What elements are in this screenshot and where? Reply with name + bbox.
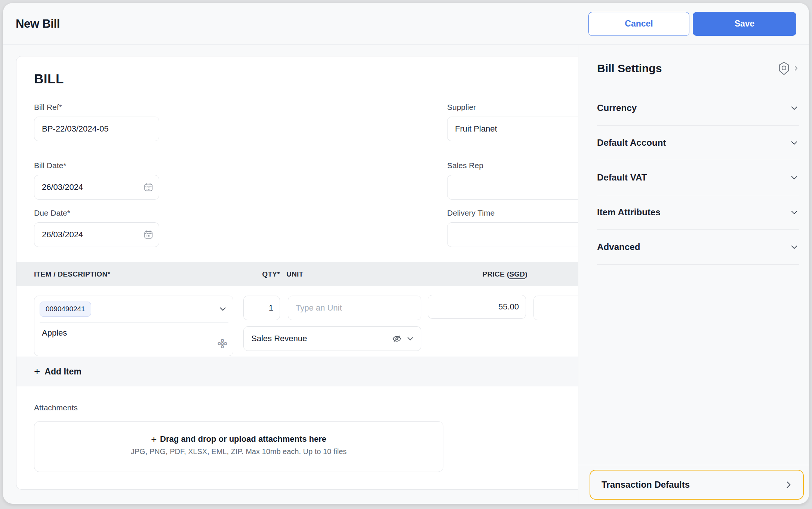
price-header-suffix: ) <box>525 270 528 278</box>
cancel-button[interactable]: Cancel <box>588 12 689 36</box>
settings-gear-button[interactable] <box>776 60 799 77</box>
section-label: Default Account <box>597 138 666 148</box>
settings-section-advanced[interactable]: Advanced <box>597 230 799 265</box>
chevron-down-icon <box>789 242 799 252</box>
qty-input[interactable] <box>243 296 280 320</box>
save-button[interactable]: Save <box>693 12 796 36</box>
bill-date-group: Bill Date* <box>34 161 159 200</box>
section-label: Item Attributes <box>597 207 661 218</box>
section-label: Currency <box>597 103 637 113</box>
add-item-label: Add Item <box>44 367 81 377</box>
attachments-label: Attachments <box>34 403 78 412</box>
plus-icon: + <box>34 366 40 377</box>
account-select-value: Sales Revenue <box>251 334 392 343</box>
chevron-right-icon <box>793 65 799 72</box>
gear-icon <box>776 60 792 77</box>
settings-section-default-account[interactable]: Default Account <box>597 126 799 160</box>
unit-input[interactable] <box>288 296 421 320</box>
account-select-icons <box>392 334 415 344</box>
attachments-dropzone[interactable]: + Drag and drop or upload attachments he… <box>34 421 443 472</box>
chevron-down-icon[interactable] <box>218 304 228 314</box>
ai-assist-icon[interactable]: ⌘ <box>215 336 230 351</box>
bill-date-input[interactable] <box>34 175 159 200</box>
calendar-icon[interactable] <box>143 229 154 240</box>
column-header-price: PRICE (SGD) <box>415 262 528 286</box>
add-item-button[interactable]: + Add Item <box>34 366 81 377</box>
transaction-defaults-item[interactable]: Transaction Defaults <box>590 470 804 500</box>
bill-settings-title: Bill Settings <box>597 62 662 75</box>
settings-section-currency[interactable]: Currency <box>597 91 799 126</box>
item-description-text[interactable]: Apples <box>42 328 67 338</box>
topbar-actions: Cancel Save <box>588 12 796 36</box>
plus-icon: + <box>151 434 157 444</box>
eye-off-icon[interactable] <box>392 334 402 344</box>
dropzone-hint: JPG, PNG, PDF, XLSX, EML, ZIP. Max 10mb … <box>34 447 443 456</box>
section-label: Default VAT <box>597 172 647 183</box>
chevron-down-icon <box>789 173 799 183</box>
item-description-cell[interactable]: 0090490241 Apples ⌘ <box>34 296 233 356</box>
column-header-unit: UNIT <box>286 262 304 286</box>
bill-ref-label: Bill Ref* <box>34 103 159 112</box>
bill-heading: BILL <box>34 71 64 86</box>
bill-date-label: Bill Date* <box>34 161 159 170</box>
item-cell-divider <box>40 322 228 323</box>
sidebar-footer-divider <box>578 465 809 465</box>
account-select[interactable]: Sales Revenue <box>243 326 421 351</box>
chevron-down-icon <box>789 138 799 148</box>
settings-section-default-vat[interactable]: Default VAT <box>597 160 799 195</box>
bill-settings-header: Bill Settings <box>597 60 799 77</box>
dropzone-title-text: Drag and drop or upload attachments here <box>160 434 326 444</box>
due-date-label: Due Date* <box>34 209 159 218</box>
price-header-prefix: PRICE ( <box>483 270 510 278</box>
item-code-chip[interactable]: 0090490241 <box>40 302 91 317</box>
chevron-down-icon[interactable] <box>406 334 415 343</box>
chevron-down-icon <box>789 103 799 113</box>
transaction-defaults-label: Transaction Defaults <box>602 479 690 490</box>
chevron-right-icon <box>784 480 793 490</box>
calendar-icon[interactable] <box>143 182 154 192</box>
page-title: New Bill <box>16 17 60 31</box>
chevron-down-icon <box>789 207 799 218</box>
dropzone-title: + Drag and drop or upload attachments he… <box>34 434 443 444</box>
price-input[interactable] <box>428 295 526 319</box>
app-window: New Bill Cancel Save BILL Bill Ref* Supp… <box>3 3 809 504</box>
due-date-input[interactable] <box>34 222 159 247</box>
topbar: New Bill Cancel Save <box>3 3 809 45</box>
column-header-qty: QTY* <box>237 262 280 286</box>
bill-settings-sections: Currency Default Account Default VAT Ite… <box>597 91 799 265</box>
bill-ref-group: Bill Ref* <box>34 103 159 141</box>
section-label: Advanced <box>597 242 640 252</box>
bill-ref-input[interactable] <box>34 117 159 141</box>
price-currency[interactable]: SGD <box>509 270 525 278</box>
column-header-item: ITEM / DESCRIPTION* <box>34 262 110 286</box>
bill-settings-panel: Bill Settings Currency Default Account D… <box>578 45 809 504</box>
due-date-group: Due Date* <box>34 209 159 247</box>
settings-section-item-attributes[interactable]: Item Attributes <box>597 195 799 230</box>
